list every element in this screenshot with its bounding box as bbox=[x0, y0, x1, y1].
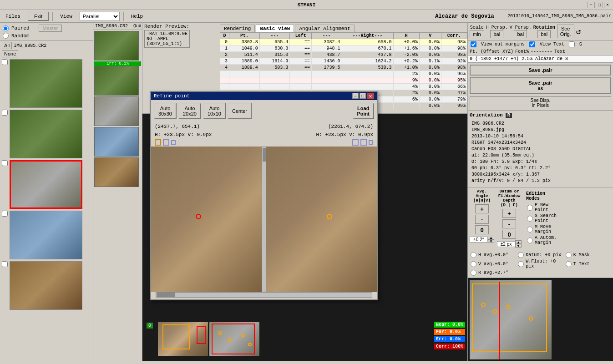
px-spin-down[interactable]: ▼ bbox=[515, 244, 522, 248]
maximize-button[interactable]: □ bbox=[596, 2, 603, 8]
rotation-bal-btn[interactable]: bal bbox=[537, 30, 551, 38]
w-float-radio-input[interactable] bbox=[518, 261, 524, 267]
thumb-check-4[interactable] bbox=[2, 211, 8, 217]
app-title: STMANI bbox=[298, 2, 316, 8]
table-row[interactable]: 2%0.0%96% bbox=[220, 71, 467, 77]
thumb-row-3 bbox=[0, 159, 93, 210]
table-row[interactable]: 0 3303.8 655.4 == 3082.4 658.0 +0.0% 0.0… bbox=[220, 39, 467, 46]
tab-angular-alignment[interactable]: Angular Alignment bbox=[295, 25, 354, 32]
dialog-vscroll[interactable] bbox=[262, 147, 266, 292]
thumb-check-3[interactable] bbox=[2, 160, 8, 166]
r-avg-radio-input[interactable] bbox=[471, 270, 476, 276]
t-text-radio-input[interactable] bbox=[566, 261, 572, 267]
second-thumb-4[interactable] bbox=[94, 127, 139, 157]
step-angle-input[interactable] bbox=[470, 237, 488, 243]
img-focal: al: 22.0mm (35.5mm eq.) bbox=[471, 152, 609, 159]
v-persp-bal-btn[interactable]: bal bbox=[514, 30, 527, 38]
exit-button[interactable]: Exit bbox=[28, 12, 49, 21]
datum-radio-input[interactable] bbox=[518, 252, 524, 258]
rotate-icon[interactable]: ↺ bbox=[576, 26, 581, 36]
g-check[interactable] bbox=[569, 41, 575, 47]
table-row[interactable]: 31589.01614.9==1436.01624.2+0.2%0.1%92% bbox=[220, 58, 467, 65]
autom-margin-radio-input[interactable] bbox=[527, 238, 533, 243]
table-row[interactable]: 11049.0630.8==948.1678.1+1.6%0.0%98% bbox=[220, 46, 467, 52]
strip-item-1[interactable] bbox=[158, 322, 208, 356]
dialog-close-btn[interactable]: × bbox=[367, 93, 374, 99]
second-thumb-3[interactable] bbox=[94, 96, 139, 126]
view-dropdown[interactable]: Parallel Side by Side Anaglyph bbox=[80, 12, 120, 21]
stat-near: 0 bbox=[144, 321, 155, 330]
table-row[interactable]: 2511.4315.0==438.7437.8-2.0%0.0%98% bbox=[220, 52, 467, 58]
menu-help[interactable]: Help bbox=[127, 13, 147, 20]
auto-30-btn[interactable]: Auto30x30 bbox=[154, 103, 177, 119]
avg-plus-btn[interactable]: + bbox=[475, 204, 489, 213]
avg-minus-btn[interactable]: - bbox=[475, 215, 489, 224]
see-disp-btn[interactable]: See Disp.in Pixels bbox=[470, 96, 611, 109]
dot-3 bbox=[241, 334, 245, 337]
table-row[interactable]: 41889.4503.3==1739.5538.3+1.0%0.0%98% bbox=[220, 65, 467, 71]
dialog-max-btn[interactable]: □ bbox=[360, 93, 366, 99]
img-side: RIGHT 3474x2314x3424 bbox=[471, 140, 609, 146]
angle-spin-down[interactable]: ▼ bbox=[488, 239, 494, 243]
thumb-image-4[interactable] bbox=[10, 211, 82, 259]
scale-min-btn[interactable]: min bbox=[470, 30, 484, 38]
dialog-min-btn[interactable]: − bbox=[352, 93, 359, 99]
load-point-btn[interactable]: LoadPoint bbox=[353, 103, 375, 119]
paired-radio[interactable] bbox=[3, 25, 9, 31]
table-row[interactable]: 9%0.0%95% bbox=[220, 77, 467, 84]
second-thumb-5[interactable] bbox=[94, 157, 139, 187]
scale-row: Scale min H Persp. bal V Persp. bal Rota… bbox=[468, 23, 613, 40]
random-radio[interactable] bbox=[3, 33, 9, 39]
search-point-radio-input[interactable] bbox=[527, 216, 533, 222]
k-mask-radio-input[interactable] bbox=[566, 252, 572, 258]
tab-basic-view[interactable]: Basic View bbox=[256, 25, 294, 32]
dialog-hscroll[interactable] bbox=[156, 292, 372, 298]
dialog-image-left[interactable] bbox=[151, 147, 262, 292]
thumb-check-1[interactable] bbox=[2, 59, 8, 65]
view-text-check[interactable] bbox=[529, 41, 535, 47]
h-avg-radio-input[interactable] bbox=[471, 252, 476, 258]
inset-thumb[interactable] bbox=[470, 280, 552, 359]
dashes-label: -------- bbox=[531, 49, 552, 54]
h-persp-bal-btn[interactable]: bal bbox=[490, 30, 503, 38]
auto-10-btn[interactable]: Auto10x10 bbox=[203, 103, 226, 119]
none-button[interactable]: None bbox=[2, 50, 18, 57]
datum-plus-btn[interactable]: + bbox=[502, 209, 516, 218]
thumb-check-2[interactable] bbox=[2, 110, 8, 116]
minimize-button[interactable]: − bbox=[588, 2, 595, 8]
strip-item-2[interactable] bbox=[209, 322, 259, 356]
auto-20-btn[interactable]: Auto20x20 bbox=[178, 103, 201, 119]
avg-zero-btn[interactable]: 0 bbox=[475, 225, 489, 234]
save-pair-btn[interactable]: Save .pair bbox=[470, 65, 611, 76]
view-out-margins-check[interactable] bbox=[471, 41, 476, 47]
datum-zero-btn[interactable]: 0 bbox=[502, 230, 516, 239]
move-margin-radio-input[interactable] bbox=[527, 227, 533, 233]
new-point-radio: P NewPoint bbox=[526, 202, 557, 212]
master-button[interactable]: Master bbox=[39, 25, 62, 32]
step-px-input[interactable] bbox=[497, 241, 515, 247]
thumb-image-3[interactable] bbox=[10, 160, 82, 209]
save-pair-as-btn[interactable]: Save .pairas bbox=[470, 77, 611, 94]
menu-view[interactable]: View bbox=[56, 13, 76, 20]
paired-radio-group: Paired Master bbox=[2, 25, 91, 32]
table-row[interactable]: 4%0.0%66% bbox=[220, 84, 467, 90]
thumb-image-5[interactable] bbox=[10, 261, 82, 310]
see-orig-btn[interactable]: SeeOrig. bbox=[557, 25, 574, 38]
tab-rendering[interactable]: Rendering bbox=[220, 25, 255, 32]
menu-files[interactable]: Files bbox=[2, 13, 24, 20]
close-button[interactable]: × bbox=[604, 2, 611, 8]
near-badge: 0 bbox=[147, 323, 153, 329]
second-thumb-1[interactable] bbox=[94, 31, 139, 61]
datum-minus-btn[interactable]: - bbox=[502, 219, 516, 228]
new-point-radio-input[interactable] bbox=[527, 205, 533, 211]
v-avg-radio-input[interactable] bbox=[471, 261, 476, 267]
thumb-image-2[interactable] bbox=[10, 110, 82, 158]
view-text-label: View Text bbox=[540, 42, 564, 47]
thumb-check-5[interactable] bbox=[2, 261, 8, 267]
all-button[interactable]: All bbox=[2, 42, 12, 49]
dialog-image-right[interactable] bbox=[266, 147, 377, 292]
second-thumb-2[interactable] bbox=[94, 66, 139, 96]
center-btn[interactable]: Center bbox=[228, 103, 252, 119]
thumb-row-5 bbox=[0, 260, 93, 311]
thumb-image-1[interactable] bbox=[10, 59, 82, 108]
